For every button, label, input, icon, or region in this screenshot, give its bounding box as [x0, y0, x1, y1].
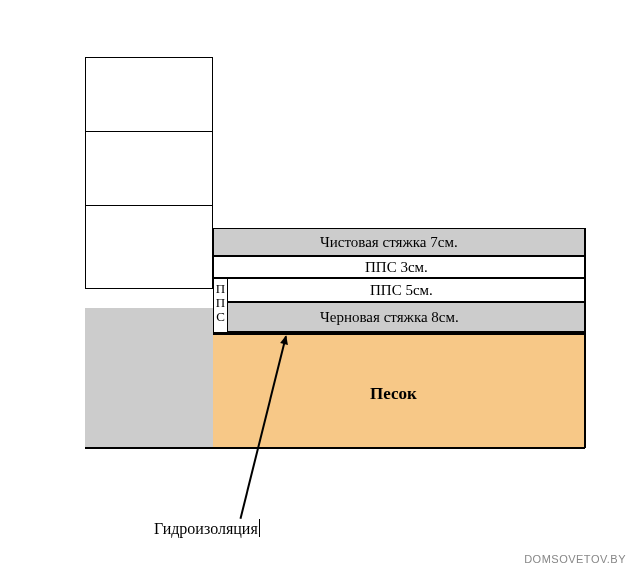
diagram-stage: Чистовая стяжка 7см. ППС 3см. ППС 5см. Ч…	[0, 0, 632, 571]
frame-right	[584, 228, 586, 448]
pps-vert-letter-2: П	[213, 296, 228, 310]
wall-block-mid	[85, 131, 213, 206]
pps-vert-letter-1: П	[213, 282, 228, 296]
label-sand: Песок	[370, 385, 417, 402]
label-finishing-screed: Чистовая стяжка 7см.	[320, 235, 458, 250]
label-pps-vertical: П П С	[213, 282, 228, 324]
frame-bottom	[85, 447, 585, 449]
wall-block-top	[85, 57, 213, 132]
text-cursor-icon	[259, 519, 260, 537]
wall-block-bottom	[85, 205, 213, 289]
label-pps-3: ППС 3см.	[365, 260, 428, 275]
label-pps-5: ППС 5см.	[370, 283, 433, 298]
label-waterproofing: Гидроизоляция	[154, 521, 258, 537]
watermark: DOMSOVETOV.BY	[524, 553, 626, 565]
foundation	[85, 308, 213, 448]
label-rough-screed: Черновая стяжка 8см.	[320, 310, 459, 325]
pps-vert-letter-3: С	[213, 310, 228, 324]
